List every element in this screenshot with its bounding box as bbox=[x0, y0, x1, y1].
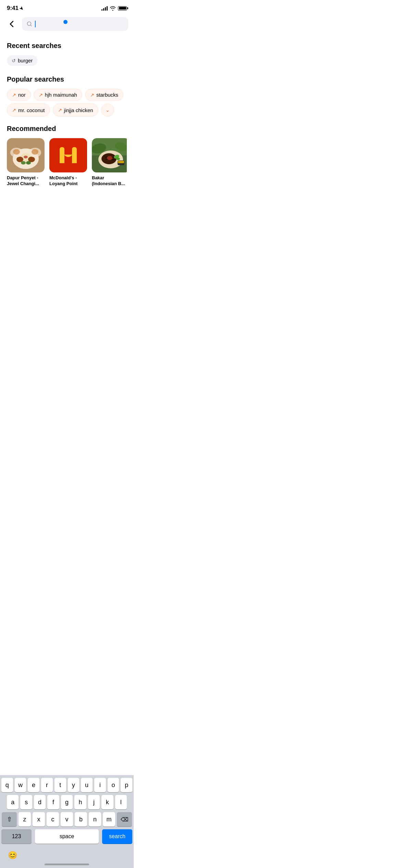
recent-chips: ↺ burger bbox=[7, 55, 127, 66]
popular-searches-title: Popular searches bbox=[7, 75, 127, 83]
trending-icon: ↗ bbox=[39, 92, 43, 98]
popular-chip-label: hjh maimunah bbox=[45, 92, 77, 98]
bakar-food-image bbox=[92, 138, 127, 172]
trending-icon: ↗ bbox=[90, 92, 94, 98]
trending-icon: ↗ bbox=[12, 107, 16, 113]
popular-chip-jinjja[interactable]: ↗ jinjja chicken bbox=[53, 104, 98, 117]
show-more-button[interactable]: ⌄ bbox=[101, 104, 114, 117]
popular-chips: ↗ nor ↗ hjh maimunah ↗ starbucks bbox=[7, 89, 127, 101]
popular-chip-nor[interactable]: ↗ nor bbox=[7, 89, 31, 101]
rec-img-bakar bbox=[92, 138, 127, 172]
recent-chip-burger[interactable]: ↺ burger bbox=[7, 55, 37, 66]
recent-searches-title: Recent searches bbox=[7, 42, 127, 50]
signal-icon bbox=[101, 6, 108, 11]
status-bar: 9:41 ➤ bbox=[0, 0, 134, 14]
recommended-title: Recommended bbox=[7, 125, 127, 133]
svg-point-11 bbox=[13, 149, 20, 155]
popular-chip-label: starbucks bbox=[96, 92, 118, 98]
location-arrow-icon: ➤ bbox=[19, 5, 25, 11]
popular-chip-starbucks[interactable]: ↗ starbucks bbox=[85, 89, 123, 101]
rec-name-dapur: Dapur Penyet -Jewel Changi... bbox=[7, 175, 45, 187]
dapur-food-image bbox=[7, 138, 45, 172]
popular-chip-label: nor bbox=[18, 92, 26, 98]
rec-name-bakar: Bakar(Indonesian B... bbox=[92, 175, 127, 187]
popular-chip-label: mr. coconut bbox=[18, 107, 45, 113]
time-display: 9:41 bbox=[7, 5, 19, 12]
popular-chip-coconut[interactable]: ↗ mr. coconut bbox=[7, 104, 50, 117]
rec-card-dapur[interactable]: Dapur Penyet -Jewel Changi... bbox=[7, 138, 45, 187]
popular-chips-row2: ↗ mr. coconut ↗ jinjja chicken ⌄ bbox=[7, 104, 127, 117]
trending-icon: ↗ bbox=[58, 107, 62, 113]
svg-rect-21 bbox=[118, 161, 124, 163]
popular-chip-hjh[interactable]: ↗ hjh maimunah bbox=[34, 89, 82, 101]
svg-point-6 bbox=[21, 161, 26, 165]
status-time: 9:41 ➤ bbox=[7, 5, 24, 12]
wifi-icon bbox=[110, 6, 116, 11]
chevron-down-icon: ⌄ bbox=[106, 107, 110, 113]
popular-chip-label: jinjja chicken bbox=[64, 107, 93, 113]
recent-chip-label: burger bbox=[18, 58, 33, 63]
search-input[interactable] bbox=[22, 17, 128, 31]
trending-icon: ↗ bbox=[12, 92, 16, 98]
back-button[interactable] bbox=[5, 18, 18, 30]
header bbox=[0, 14, 134, 35]
cursor-bubble bbox=[63, 20, 68, 24]
text-cursor bbox=[35, 21, 36, 27]
rec-img-dapur bbox=[7, 138, 45, 172]
main-content: Recent searches ↺ burger Popular searche… bbox=[0, 42, 134, 190]
rec-name-mcdonalds: McDonald's -Loyang Point bbox=[49, 175, 87, 187]
svg-point-8 bbox=[24, 156, 28, 158]
battery-icon bbox=[118, 6, 127, 11]
svg-point-12 bbox=[32, 149, 38, 155]
status-icons bbox=[101, 6, 127, 11]
mcdonalds-logo bbox=[56, 144, 80, 167]
rec-card-bakar[interactable]: Bakar(Indonesian B... bbox=[92, 138, 127, 187]
rec-img-mcdonalds bbox=[49, 138, 87, 172]
search-icon bbox=[27, 21, 32, 27]
recommended-list: Dapur Penyet -Jewel Changi... McDonald's… bbox=[7, 138, 127, 190]
svg-point-7 bbox=[26, 161, 31, 165]
rec-card-mcdonalds[interactable]: McDonald's -Loyang Point bbox=[49, 138, 87, 187]
history-icon: ↺ bbox=[12, 58, 16, 63]
svg-point-17 bbox=[107, 156, 112, 160]
